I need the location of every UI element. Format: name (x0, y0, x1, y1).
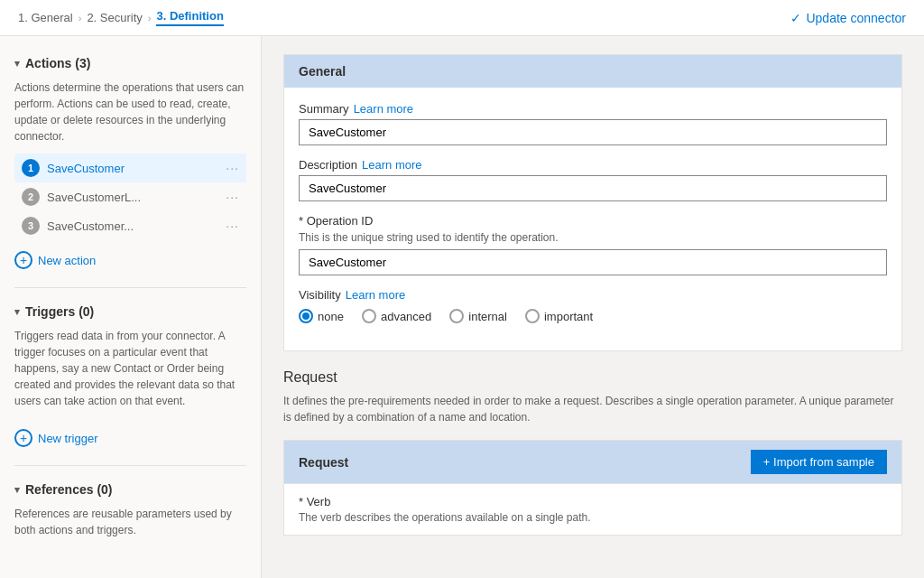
visibility-important[interactable]: important (525, 309, 593, 323)
description-label-text: Description (299, 158, 357, 172)
actions-header-label: Actions (3) (25, 56, 90, 70)
visibility-internal-radio[interactable] (449, 309, 464, 323)
action-menu-2[interactable]: ··· (226, 190, 239, 204)
new-trigger-button[interactable]: + New trigger (0, 422, 261, 454)
summary-label: Summary Learn more (299, 102, 887, 116)
visibility-internal-label: internal (468, 310, 507, 323)
action-badge-1: 1 (22, 159, 40, 177)
visibility-label: Visibility Learn more (299, 288, 887, 302)
new-action-label: New action (38, 254, 96, 267)
request-section: Request It defines the pre-requirements … (283, 369, 902, 536)
description-field-group: Description Learn more (299, 158, 887, 201)
description-learn-more-link[interactable]: Learn more (362, 158, 421, 172)
new-action-plus-icon: + (14, 251, 32, 269)
verb-label: * Verb (299, 495, 887, 508)
main-layout: ▾ Actions (3) Actions determine the oper… (0, 36, 924, 578)
visibility-none-label: none (318, 310, 344, 323)
actions-chevron-icon: ▾ (14, 58, 20, 70)
operation-id-label: * Operation ID (299, 214, 887, 228)
breadcrumb: 1. General › 2. Security › 3. Definition (18, 9, 224, 26)
actions-description: Actions determine the operations that us… (0, 76, 261, 154)
references-chevron-icon: ▾ (14, 484, 20, 496)
top-nav: 1. General › 2. Security › 3. Definition… (0, 0, 924, 36)
visibility-important-radio[interactable] (525, 309, 540, 323)
visibility-learn-more-link[interactable]: Learn more (346, 288, 405, 302)
checkmark-icon: ✓ (790, 11, 801, 25)
visibility-label-text: Visibility (299, 288, 341, 302)
visibility-options: none advanced internal important (299, 309, 887, 323)
actions-list: 1 SaveCustomer ··· 2 SaveCustomerL... ··… (0, 154, 261, 240)
request-panel-header: Request + Import from sample (284, 441, 901, 483)
verb-label-text: * Verb (299, 495, 330, 508)
summary-input[interactable] (299, 119, 887, 145)
new-trigger-plus-icon: + (14, 429, 32, 447)
visibility-advanced-label: advanced (381, 310, 431, 323)
action-badge-2: 2 (22, 188, 40, 206)
references-description: References are reusable parameters used … (0, 502, 261, 547)
update-connector-btn[interactable]: ✓ Update connector (790, 11, 906, 25)
triggers-chevron-icon: ▾ (14, 306, 20, 318)
operation-id-hint: This is the unique string used to identi… (299, 231, 887, 244)
action-label-1: SaveCustomer (47, 162, 218, 175)
references-section-header[interactable]: ▾ References (0) (0, 477, 261, 502)
new-action-button[interactable]: + New action (0, 244, 261, 276)
general-panel-header: General (284, 55, 901, 88)
description-input[interactable] (299, 175, 887, 201)
operation-id-input[interactable] (299, 249, 887, 275)
action-label-3: SaveCustomer... (47, 219, 218, 233)
action-menu-3[interactable]: ··· (226, 219, 239, 233)
description-label: Description Learn more (299, 158, 887, 172)
request-description: It defines the pre-requirements needed i… (283, 393, 902, 425)
action-item-3[interactable]: 3 SaveCustomer... ··· (14, 211, 246, 240)
sidebar-divider-2 (14, 465, 246, 466)
sidebar: ▾ Actions (3) Actions determine the oper… (0, 36, 262, 578)
visibility-advanced-radio[interactable] (362, 309, 376, 323)
new-trigger-label: New trigger (38, 432, 97, 445)
visibility-field-group: Visibility Learn more none advanced (299, 288, 887, 323)
triggers-description: Triggers read data in from your connecto… (0, 324, 261, 418)
breadcrumb-general[interactable]: 1. General (18, 11, 73, 24)
summary-field-group: Summary Learn more (299, 102, 887, 145)
breadcrumb-sep-1: › (79, 13, 82, 23)
general-panel-body: Summary Learn more Description Learn mor… (284, 88, 901, 350)
breadcrumb-security[interactable]: 2. Security (87, 11, 142, 24)
triggers-section-header[interactable]: ▾ Triggers (0) (0, 299, 261, 324)
action-badge-3: 3 (22, 217, 40, 235)
request-panel: Request + Import from sample * Verb The … (283, 440, 902, 536)
action-label-2: SaveCustomerL... (47, 191, 218, 204)
verb-section: * Verb The verb describes the operations… (284, 483, 901, 535)
request-header-label: Request (299, 455, 348, 470)
triggers-header-label: Triggers (0) (25, 304, 94, 319)
sidebar-divider-1 (14, 287, 246, 288)
action-item-1[interactable]: 1 SaveCustomer ··· (14, 154, 246, 182)
visibility-internal[interactable]: internal (449, 309, 507, 323)
operation-id-field-group: * Operation ID This is the unique string… (299, 214, 887, 275)
summary-learn-more-link[interactable]: Learn more (354, 102, 413, 116)
breadcrumb-definition[interactable]: 3. Definition (156, 9, 223, 26)
operation-id-label-text: * Operation ID (299, 214, 373, 228)
references-header-label: References (0) (25, 482, 113, 497)
breadcrumb-sep-2: › (148, 13, 152, 23)
visibility-none[interactable]: none (299, 309, 344, 323)
general-panel: General Summary Learn more Description L… (283, 54, 902, 351)
action-item-2[interactable]: 2 SaveCustomerL... ··· (14, 182, 246, 211)
action-menu-1[interactable]: ··· (226, 161, 239, 175)
update-connector-label: Update connector (806, 11, 906, 25)
import-from-sample-button[interactable]: + Import from sample (751, 450, 887, 474)
visibility-advanced[interactable]: advanced (362, 309, 431, 323)
content-area: General Summary Learn more Description L… (262, 36, 924, 578)
visibility-none-radio[interactable] (299, 309, 313, 323)
summary-label-text: Summary (299, 102, 349, 116)
verb-hint: The verb describes the operations availa… (299, 511, 887, 524)
request-title: Request (283, 369, 902, 386)
actions-section-header[interactable]: ▾ Actions (3) (0, 51, 261, 76)
visibility-important-label: important (544, 310, 593, 323)
